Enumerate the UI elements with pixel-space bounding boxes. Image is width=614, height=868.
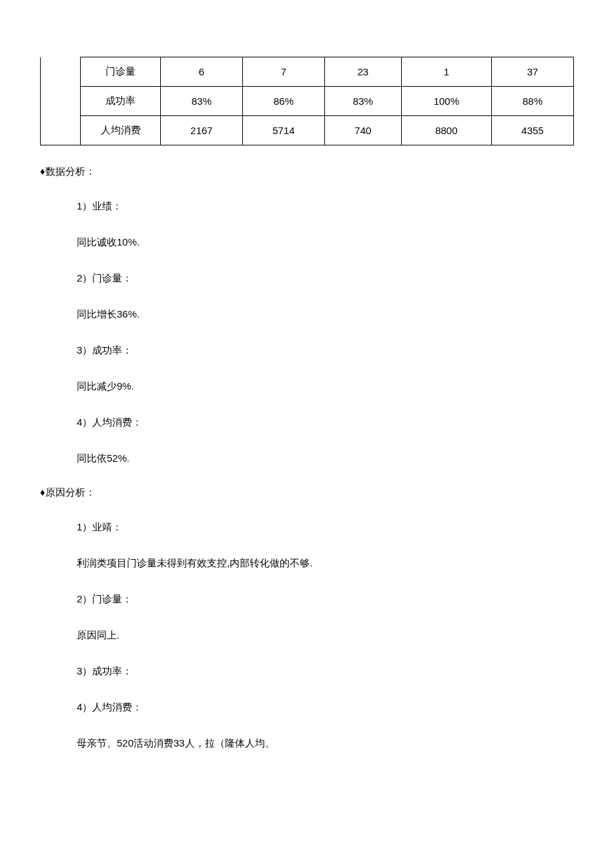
data-cell: 88% xyxy=(491,87,573,116)
data-analysis-heading: ♦数据分析： xyxy=(40,165,574,178)
list-item-number: 1）业靖： xyxy=(77,519,574,535)
metric-label: 成功率 xyxy=(81,87,161,116)
cause-analysis-heading: ♦原因分析： xyxy=(40,486,574,499)
data-cell: 740 xyxy=(324,116,401,145)
data-cell: 23 xyxy=(324,57,401,87)
data-cell: 83% xyxy=(161,87,243,116)
row-group-cell xyxy=(41,57,81,145)
data-cell: 6 xyxy=(161,57,243,87)
data-cell: 83% xyxy=(324,87,401,116)
table-row: 成功率 83% 86% 83% 100% 88% xyxy=(41,87,574,116)
data-cell: 1 xyxy=(401,57,491,87)
list-item-text: 同比依52%. xyxy=(77,450,574,466)
table-row: 门诊量 6 7 23 1 37 xyxy=(41,57,574,87)
data-cell: 7 xyxy=(242,57,324,87)
list-item-text: 同比增长36%. xyxy=(77,306,574,322)
list-item-number: 4）人均消费： xyxy=(77,699,574,715)
list-item-text: 原因同上. xyxy=(77,627,574,643)
table-row: 人均消费 2167 5714 740 8800 4355 xyxy=(41,116,574,145)
list-item-text: 母亲节、520活动消费33人，拉（隆体人均。 xyxy=(77,735,574,751)
list-item-text: 利润类项目门诊量未得到有效支控,内部转化做的不够. xyxy=(77,555,574,571)
list-item-text: 同比减少9%. xyxy=(77,378,574,394)
data-cell: 86% xyxy=(242,87,324,116)
list-item-text: 同比诚收10%. xyxy=(77,234,574,250)
list-item-number: 3）成功率： xyxy=(77,342,574,358)
data-cell: 8800 xyxy=(401,116,491,145)
list-item-number: 2）门诊量： xyxy=(77,270,574,286)
list-item-number: 2）门诊量： xyxy=(77,591,574,607)
metric-label: 门诊量 xyxy=(81,57,161,87)
data-cell: 5714 xyxy=(242,116,324,145)
data-cell: 37 xyxy=(491,57,573,87)
list-item-number: 3）成功率： xyxy=(77,663,574,679)
data-cell: 2167 xyxy=(161,116,243,145)
metric-label: 人均消费 xyxy=(81,116,161,145)
document-page: 门诊量 6 7 23 1 37 成功率 83% 86% 83% 100% 88%… xyxy=(0,57,614,811)
data-cell: 4355 xyxy=(491,116,573,145)
data-table: 门诊量 6 7 23 1 37 成功率 83% 86% 83% 100% 88%… xyxy=(40,57,574,145)
list-item-number: 4）人均消费： xyxy=(77,414,574,430)
data-cell: 100% xyxy=(401,87,491,116)
list-item-number: 1）业绩： xyxy=(77,198,574,214)
